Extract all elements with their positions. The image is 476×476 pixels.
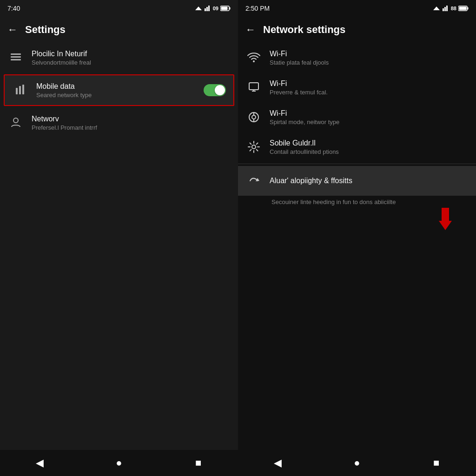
right-nav-bar: ◀ ● ■: [238, 450, 476, 476]
svg-rect-6: [221, 7, 228, 10]
svg-marker-31: [439, 208, 452, 230]
svg-rect-16: [443, 8, 444, 11]
network-text: Networv Prefersel.l Promant intrrf: [32, 115, 231, 131]
svg-point-22: [253, 60, 255, 62]
mobile-data-title: Mobile data: [36, 82, 196, 91]
signal-bars-icon: [205, 6, 211, 11]
left-status-icons: 09: [194, 6, 231, 11]
mobile-data-text: Mobile data Seared network type: [36, 82, 196, 99]
right-top-bar: ← Network settings: [238, 17, 476, 43]
svg-rect-3: [208, 6, 210, 11]
advanced-text: Aluar' alopiighty & ffositts: [270, 177, 469, 185]
svg-rect-2: [206, 7, 208, 11]
left-settings-list: Plocilic In Neturif Selvondortmoiille fr…: [0, 43, 238, 450]
svg-point-30: [252, 145, 256, 149]
svg-point-27: [252, 115, 256, 119]
wifi-2-text: Wi-Fi Preverre & temul fcal.: [270, 79, 469, 96]
svg-rect-9: [11, 59, 21, 60]
network-title: Networv: [32, 115, 231, 123]
svg-rect-21: [459, 7, 467, 10]
wifi-3-icon: [245, 109, 262, 126]
wifi-item-1[interactable]: Wi-Fi Statie plata feal djools: [238, 43, 476, 73]
mobile-data-item[interactable]: Mobile data Seared network type: [4, 74, 234, 106]
profile-network-text: Plocilic In Neturif Selvondortmoiille fr…: [32, 50, 231, 66]
right-wifi-icon: [432, 6, 441, 11]
svg-rect-8: [11, 56, 21, 58]
wifi-item-2[interactable]: Wi-Fi Preverre & temul fcal.: [238, 73, 476, 102]
red-arrow-down: [439, 208, 452, 230]
right-recent-nav[interactable]: ■: [427, 454, 446, 472]
right-back-button[interactable]: ←: [245, 24, 256, 36]
profile-network-subtitle: Selvondortmoiille freal: [32, 59, 231, 66]
left-top-bar: ← Settings: [0, 17, 238, 43]
wifi-1-text: Wi-Fi Statie plata feal djools: [270, 50, 469, 66]
mobile-data-icon: [12, 82, 29, 99]
profile-network-title: Plocilic In Neturif: [32, 50, 231, 58]
right-back-nav[interactable]: ◀: [268, 454, 287, 472]
svg-rect-5: [230, 7, 231, 10]
left-page-title: Settings: [25, 24, 66, 36]
advanced-subtitle: Secouiner linte heeding in fun to dons a…: [271, 198, 396, 205]
wifi-item-3[interactable]: Wi-Fi Spirtal mode, neitwor type: [238, 102, 476, 132]
right-signal-icon: [443, 6, 449, 11]
left-status-bar: 7:40 09: [0, 0, 238, 17]
network-subtitle: Prefersel.l Promant intrrf: [32, 124, 231, 131]
left-nav-bar: ◀ ● ■: [0, 450, 238, 476]
left-back-button[interactable]: ←: [7, 24, 18, 36]
svg-point-14: [13, 118, 18, 123]
mobile-ctrl-text: Sobile Guldr.ll Contail artoullinited pt…: [270, 139, 469, 155]
right-status-icons: 88: [432, 6, 469, 11]
svg-rect-17: [444, 7, 446, 11]
wifi-2-subtitle: Preverre & temul fcal.: [270, 89, 469, 96]
network-icon: [7, 114, 24, 131]
list-divider: [238, 164, 476, 164]
right-network-badge: 88: [451, 6, 456, 11]
svg-rect-7: [11, 53, 21, 55]
advanced-icon: [245, 172, 262, 189]
svg-rect-1: [205, 8, 206, 11]
battery-icon: [220, 6, 231, 11]
advanced-title: Aluar' alopiighty & ffositts: [270, 177, 469, 185]
right-battery-icon: [458, 6, 469, 11]
wifi-1-title: Wi-Fi: [270, 50, 469, 58]
right-settings-list: Wi-Fi Statie plata feal djools Wi-Fi Pre…: [238, 43, 476, 450]
left-home-nav[interactable]: ●: [110, 454, 128, 472]
left-recent-nav[interactable]: ■: [189, 454, 208, 472]
svg-rect-18: [446, 6, 448, 11]
mobile-data-toggle[interactable]: [204, 84, 226, 96]
wifi-1-subtitle: Statie plata feal djools: [270, 59, 469, 66]
profile-network-item[interactable]: Plocilic In Neturif Selvondortmoiille fr…: [0, 43, 238, 73]
mobile-ctrl-title: Sobile Guldr.ll: [270, 139, 469, 147]
left-status-time: 7:40: [7, 5, 20, 12]
wifi-3-title: Wi-Fi: [270, 109, 469, 118]
wifi-3-subtitle: Spirtal mode, neitwor type: [270, 119, 469, 126]
wifi-1-icon: [245, 49, 262, 66]
right-status-bar: 2:50 PM 88: [238, 0, 476, 17]
svg-rect-23: [249, 83, 258, 90]
wifi-signal-icon: [194, 6, 203, 11]
mobile-ctrl-item[interactable]: Sobile Guldr.ll Contail artoullinited pt…: [238, 132, 476, 162]
wifi-2-icon: [245, 79, 262, 96]
advanced-item[interactable]: Aluar' alopiighty & ffositts: [238, 166, 476, 196]
network-type-badge: 09: [213, 6, 218, 11]
right-home-nav[interactable]: ●: [348, 454, 366, 472]
mobile-data-subtitle: Seared network type: [36, 92, 196, 99]
svg-rect-10: [16, 88, 18, 94]
left-phone-panel: 7:40 09 ← Settings: [0, 0, 238, 476]
mobile-ctrl-icon: [245, 139, 262, 155]
right-page-title: Network settings: [263, 24, 345, 36]
right-status-time: 2:50 PM: [245, 5, 270, 12]
svg-rect-11: [19, 86, 21, 94]
wifi-3-text: Wi-Fi Spirtal mode, neitwor type: [270, 109, 469, 126]
profile-network-icon: [7, 49, 24, 66]
network-item[interactable]: Networv Prefersel.l Promant intrrf: [0, 108, 238, 138]
right-phone-panel: 2:50 PM 88 ← Network settings: [238, 0, 476, 476]
svg-marker-0: [195, 7, 202, 10]
wifi-2-title: Wi-Fi: [270, 79, 469, 88]
svg-rect-20: [468, 7, 469, 10]
svg-rect-12: [22, 85, 24, 94]
svg-marker-15: [433, 7, 440, 10]
mobile-ctrl-subtitle: Contail artoullinited ptions: [270, 148, 469, 155]
left-back-nav[interactable]: ◀: [30, 454, 49, 472]
